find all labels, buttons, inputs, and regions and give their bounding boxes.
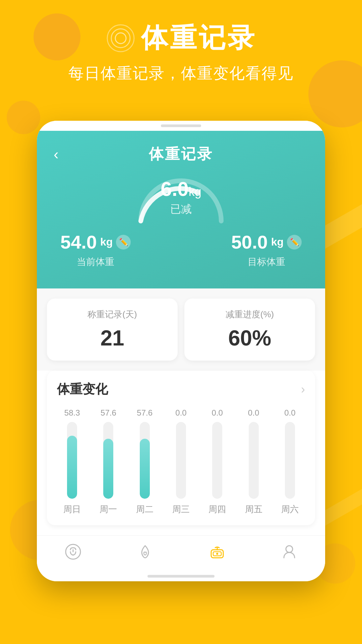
bar-track [249,422,259,499]
bar-day-label: 周六 [281,503,299,515]
current-weight-value-row: 54.0kg ✏️ [60,231,131,253]
nav-title: 体重记录 [149,144,213,164]
days-value: 21 [57,326,168,351]
app-header: ‹ 体重记录 6.0kg 已减 [37,131,325,288]
bar-fill [140,439,150,499]
current-weight-unit: kg [100,236,113,248]
chart-bar-col: 58.3周日 [57,408,87,515]
header-icon [106,23,136,53]
bar-track [103,422,113,499]
bar-value-label: 0.0 [212,408,223,418]
progress-card: 减重进度(%) 60% [184,299,315,361]
bar-day-label: 周二 [136,503,154,515]
bar-day-label: 周三 [172,503,190,515]
bar-track [140,422,150,499]
svg-point-7 [216,553,218,555]
bar-track [285,422,295,499]
bar-value-label: 57.6 [137,408,153,418]
current-weight-stat: 54.0kg ✏️ 当前体重 [60,231,131,268]
phone-notch [37,121,325,131]
days-card: 称重记录(天) 21 [47,299,178,361]
gauge-container: 6.0kg 已减 [54,174,308,221]
home-bar [147,575,215,578]
gauge-label: 已减 [161,202,201,217]
weight-stats: 54.0kg ✏️ 当前体重 50.0kg ✏️ 目标体重 [54,231,308,268]
person-icon [280,542,299,561]
bar-day-label: 周四 [208,503,226,515]
phone-home [37,571,325,581]
bar-track [67,422,77,499]
gauge-value: 6.0 [161,178,188,200]
back-button[interactable]: ‹ [54,146,59,163]
stats-cards: 称重记录(天) 21 减重进度(%) 60% [37,288,325,371]
phone-mockup: ‹ 体重记录 6.0kg 已减 [37,121,325,581]
nav-item-scale[interactable] [208,542,227,561]
progress-value: 60% [194,326,305,351]
progress-label: 减重进度(%) [194,309,305,320]
chart-bars: 58.3周日57.6周一57.6周二0.0周三0.0周四0.0周五0.0周六 [57,408,305,515]
gauge-unit: kg [189,185,201,199]
bar-value-label: 0.0 [248,408,259,418]
svg-point-2 [115,33,126,44]
bar-fill [67,436,77,499]
edit-target-weight-button[interactable]: ✏️ [287,235,302,250]
bar-day-label: 周日 [63,503,81,515]
app-nav: ‹ 体重记录 [54,144,308,164]
chart-bar-col: 57.6周二 [130,408,160,515]
bar-track [176,422,186,499]
fire-icon [136,542,155,561]
chart-title: 体重变化 [57,381,108,398]
nav-item-food[interactable] [64,542,82,561]
bar-day-label: 周五 [245,503,262,515]
current-weight-num: 54.0 [60,231,97,253]
chart-bar-col: 0.0周五 [238,408,268,515]
bar-value-label: 0.0 [284,408,295,418]
bar-value-label: 57.6 [101,408,116,418]
header-title: 体重记录 [141,20,256,56]
target-weight-label: 目标体重 [231,256,302,268]
food-icon [64,542,82,561]
days-label: 称重记录(天) [57,309,168,320]
chart-more-button[interactable]: › [301,382,305,396]
chart-bar-col: 0.0周六 [275,408,305,515]
notch-bar [161,124,201,127]
chart-bar-col: 0.0周四 [202,408,232,515]
bar-track [212,422,222,499]
bar-fill [103,439,113,499]
target-weight-stat: 50.0kg ✏️ 目标体重 [231,231,302,268]
nav-item-fire[interactable] [136,542,155,561]
target-weight-num: 50.0 [231,231,268,253]
header-subtitle: 每日体重记录，体重变化看得见 [0,63,362,84]
chart-header: 体重变化 › [57,381,305,398]
scale-icon [208,542,227,561]
chart-bar-col: 0.0周三 [166,408,196,515]
bottom-nav [37,535,325,571]
current-weight-label: 当前体重 [60,256,131,268]
target-weight-value-row: 50.0kg ✏️ [231,231,302,253]
deco-circle-3 [7,101,40,134]
top-header: 体重记录 每日体重记录，体重变化看得见 [0,20,362,84]
background: 体重记录 每日体重记录，体重变化看得见 ‹ 体重记录 [0,0,362,644]
bar-value-label: 58.3 [64,408,80,418]
svg-point-1 [111,29,130,48]
nav-item-person[interactable] [280,542,299,561]
svg-point-9 [286,546,293,552]
chart-bar-col: 57.6周一 [93,408,123,515]
edit-current-weight-button[interactable]: ✏️ [116,235,131,250]
bar-value-label: 0.0 [175,408,186,418]
chart-section: 体重变化 › 58.3周日57.6周一57.6周二0.0周三0.0周四0.0周五… [47,371,315,525]
target-weight-unit: kg [271,236,284,248]
bar-day-label: 周一 [100,503,117,515]
